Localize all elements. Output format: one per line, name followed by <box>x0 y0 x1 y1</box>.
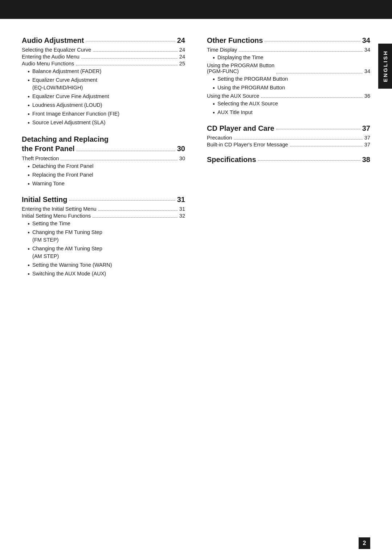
selecting-equalizer-dots <box>93 51 177 52</box>
bullet-am-step: ● Changing the AM Tuning Step(AM STEP) <box>22 245 185 260</box>
selecting-equalizer-page: 24 <box>179 47 185 53</box>
bullet-am-step-text: Changing the AM Tuning Step(AM STEP) <box>32 245 102 260</box>
cd-player-page: 37 <box>362 124 370 133</box>
bullet-fm-step: ● Changing the FM Tuning Step(FM STEP) <box>22 229 185 244</box>
bullet-icon-18: ● <box>213 101 215 107</box>
entering-audio-page: 24 <box>179 54 185 60</box>
bullet-icon-6: ● <box>28 120 30 126</box>
theft-protection-entry: Theft Protection 30 <box>22 156 185 161</box>
bullet-icon-15: ● <box>213 55 215 61</box>
entering-initial-entry: Entering the Initial Setting Menu 31 <box>22 206 185 212</box>
bullet-icon-4: ● <box>28 103 30 108</box>
error-message-entry: Built-in CD Player's Error Message 37 <box>207 142 370 148</box>
bullet-aux-mode: ● Switching the AUX Mode (AUX) <box>22 270 185 278</box>
other-functions-page: 34 <box>362 36 370 45</box>
entering-audio-label: Entering the Audio Menu <box>22 54 79 60</box>
theft-protection-label: Theft Protection <box>22 156 59 161</box>
bullet-detaching-panel: ● Detaching the Front Panel <box>22 162 185 170</box>
bullet-icon-7: ● <box>28 164 30 169</box>
aux-source-dots <box>261 97 363 98</box>
bullet-displaying-time: ● Displaying the Time <box>207 54 370 61</box>
specifications-title: Specifications 38 <box>207 156 370 164</box>
bullet-icon-9: ● <box>28 181 30 187</box>
precaution-page: 37 <box>364 135 370 141</box>
bullet-detaching-panel-text: Detaching the Front Panel <box>32 162 93 170</box>
pgm-func-page: 34 <box>364 68 370 74</box>
audio-adjustment-page: 24 <box>177 36 185 45</box>
bullet-setting-time-text: Setting the Time <box>32 220 70 227</box>
bullet-icon-5: ● <box>28 112 30 117</box>
precaution-entry: Precaution 37 <box>207 135 370 141</box>
bullet-icon-14: ● <box>28 271 30 277</box>
audio-adjustment-label: Audio Adjustment <box>22 36 84 45</box>
specifications-dots <box>258 160 360 161</box>
theft-protection-page: 30 <box>179 156 185 161</box>
initial-setting-page: 31 <box>177 195 185 204</box>
bullet-balance-text: Balance Adjustment (FADER) <box>32 68 101 75</box>
section-initial-setting: Initial Setting 31 Entering the Initial … <box>22 195 185 278</box>
aux-source-entry: Using the AUX Source 36 <box>207 93 370 99</box>
time-display-label: Time Display <box>207 47 237 53</box>
bullet-warning-tone-text: Warning Tone <box>32 180 65 187</box>
entering-initial-page: 31 <box>179 206 185 212</box>
bullet-icon-11: ● <box>28 230 30 235</box>
audio-menu-page: 25 <box>179 61 185 66</box>
specifications-label: Specifications <box>207 156 256 164</box>
pgm-func-label: Using the PROGRAM Button (PGM-FUNC) <box>207 62 274 74</box>
bullet-icon-8: ● <box>28 173 30 178</box>
pgm-func-entry: Using the PROGRAM Button (PGM-FUNC) 34 <box>207 62 370 74</box>
detaching-page: 30 <box>177 144 185 153</box>
entering-audio-entry: Entering the Audio Menu 24 <box>22 54 185 60</box>
bullet-warning-tone: ● Warning Tone <box>22 180 185 187</box>
bullet-loudness-text: Loudness Adjustment (LOUD) <box>32 101 102 109</box>
bullet-fm-step-text: Changing the FM Tuning Step(FM STEP) <box>32 229 102 244</box>
audio-menu-entry: Audio Menu Functions 25 <box>22 61 185 66</box>
time-display-dots <box>239 51 363 52</box>
bullet-equalizer-curve: ● Equalizer Curve Adjustment(EQ-LOW/MID/… <box>22 76 185 92</box>
detaching-title-line2-row: the Front Panel 30 <box>22 144 185 153</box>
aux-source-page: 36 <box>364 93 370 99</box>
aux-source-label: Using the AUX Source <box>207 93 259 99</box>
time-display-page: 34 <box>364 47 370 53</box>
initial-menu-dots <box>93 217 177 218</box>
other-functions-label: Other Functions <box>207 36 263 45</box>
entering-audio-dots <box>81 58 177 58</box>
page-number: 2 <box>359 537 370 549</box>
bullet-icon-10: ● <box>28 221 30 227</box>
cd-player-dots <box>276 129 360 129</box>
section-specifications: Specifications 38 <box>207 156 370 164</box>
bullet-icon-3: ● <box>28 94 30 100</box>
detaching-title-line1: Detaching and Replacing <box>22 134 185 144</box>
bullet-using-program-text: Using the PROGRAM Button <box>217 84 285 92</box>
bullet-icon-2: ● <box>28 78 30 83</box>
bullet-displaying-time-text: Displaying the Time <box>217 54 264 61</box>
audio-adjustment-dots <box>86 41 175 41</box>
bullet-warning-tone-warn-text: Setting the Warning Tone (WARN) <box>32 261 112 269</box>
error-message-dots <box>290 146 363 146</box>
bullet-setting-program: ● Setting the PROGRAM Button <box>207 75 370 83</box>
bullet-loudness: ● Loudness Adjustment (LOUD) <box>22 101 185 109</box>
bullet-setting-time: ● Setting the Time <box>22 220 185 227</box>
detaching-title: Detaching and Replacing the Front Panel … <box>22 134 185 153</box>
audio-adjustment-title: Audio Adjustment 24 <box>22 36 185 45</box>
specifications-page: 38 <box>362 156 370 164</box>
right-column: Other Functions 34 Time Display 34 ● Dis… <box>200 36 370 286</box>
bullet-icon-13: ● <box>28 263 30 268</box>
section-audio-adjustment: Audio Adjustment 24 Selecting the Equali… <box>22 36 185 126</box>
section-cd-player: CD Player and Care 37 Precaution 37 Buil… <box>207 124 370 148</box>
initial-menu-page: 32 <box>179 213 185 219</box>
initial-setting-label: Initial Setting <box>22 195 68 204</box>
initial-menu-label: Initial Setting Menu Functions <box>22 213 91 219</box>
left-column: Audio Adjustment 24 Selecting the Equali… <box>22 36 200 286</box>
theft-protection-dots <box>61 160 177 160</box>
section-other-functions: Other Functions 34 Time Display 34 ● Dis… <box>207 36 370 116</box>
bullet-selecting-aux: ● Selecting the AUX Source <box>207 100 370 108</box>
bullet-icon-16: ● <box>213 77 215 82</box>
initial-setting-title: Initial Setting 31 <box>22 195 185 204</box>
detaching-dots <box>77 151 175 151</box>
bullet-equalizer-fine-text: Equalizer Curve Fine Adjustment <box>32 93 109 100</box>
precaution-dots <box>234 139 363 140</box>
bullet-front-image-text: Front Image Enhancer Function (FIE) <box>32 110 119 118</box>
bullet-using-program: ● Using the PROGRAM Button <box>207 84 370 92</box>
bullet-front-image: ● Front Image Enhancer Function (FIE) <box>22 110 185 118</box>
